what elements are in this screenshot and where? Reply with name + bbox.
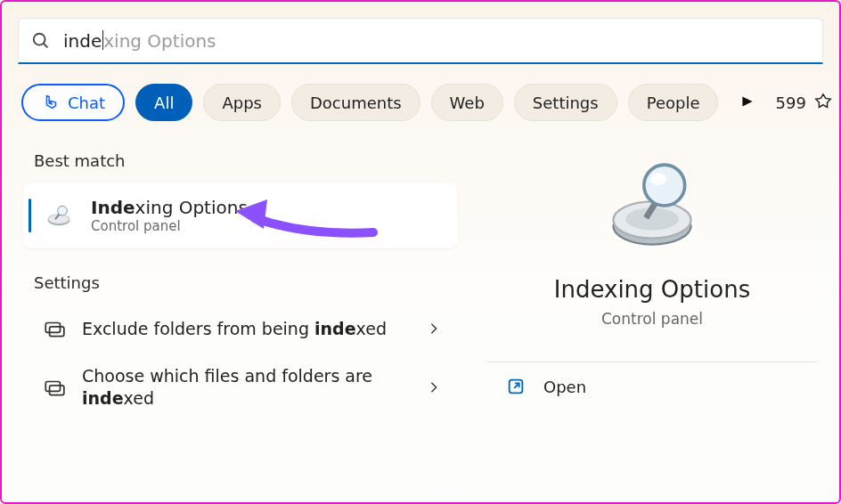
- settings-chip[interactable]: Settings: [514, 84, 617, 121]
- setting-label: Exclude folders from being indexed: [82, 318, 412, 340]
- rewards-points[interactable]: 599: [775, 93, 832, 112]
- open-icon: [506, 377, 526, 396]
- rewards-icon: [813, 93, 833, 112]
- setting-choose-files[interactable]: Choose which files and folders are index…: [23, 353, 458, 421]
- divider: [486, 362, 818, 362]
- apps-chip[interactable]: Apps: [203, 84, 281, 121]
- all-chip[interactable]: All: [135, 84, 192, 121]
- svg-line-1: [44, 43, 48, 47]
- setting-icon: [43, 317, 66, 340]
- svg-marker-7: [235, 199, 267, 229]
- points-value: 599: [775, 93, 805, 112]
- web-chip[interactable]: Web: [431, 84, 503, 121]
- search-text: indexing Options: [63, 30, 216, 52]
- svg-rect-8: [45, 323, 60, 333]
- documents-chip[interactable]: Documents: [291, 84, 420, 121]
- svg-rect-10: [45, 381, 60, 391]
- setting-exclude-folders[interactable]: Exclude folders from being indexed: [23, 305, 458, 353]
- preview-title: Indexing Options: [554, 276, 750, 303]
- svg-marker-2: [743, 96, 753, 106]
- svg-rect-11: [50, 386, 64, 395]
- svg-point-0: [34, 33, 45, 45]
- setting-icon: [43, 376, 66, 399]
- people-chip[interactable]: People: [628, 84, 719, 121]
- best-match-card[interactable]: Indexing Options Control panel: [23, 183, 458, 248]
- selection-accent: [29, 199, 31, 232]
- results-area: Best match Indexing Options Control pane…: [2, 130, 839, 421]
- chevron-right-icon: [428, 381, 440, 394]
- chat-label: Chat: [68, 93, 105, 112]
- preview-icon: [603, 157, 701, 255]
- best-match-heading: Best match: [12, 139, 458, 183]
- svg-point-17: [650, 173, 666, 185]
- filter-row: Chat All Apps Documents Web Settings Peo…: [2, 64, 839, 130]
- preview-subtitle: Control panel: [601, 310, 703, 328]
- chevron-right-icon: [428, 322, 440, 335]
- search-bar[interactable]: indexing Options: [18, 18, 823, 64]
- open-action[interactable]: Open: [476, 377, 829, 396]
- more-filters-icon[interactable]: [741, 94, 754, 111]
- setting-label: Choose which files and folders are index…: [82, 365, 412, 409]
- preview-panel: Indexing Options Control panel Open: [476, 139, 829, 421]
- chat-chip[interactable]: Chat: [21, 84, 125, 121]
- settings-heading: Settings: [12, 261, 458, 305]
- annotation-arrow-icon: [235, 191, 378, 245]
- open-label: Open: [543, 378, 586, 396]
- best-match-subtitle: Control panel: [91, 218, 248, 234]
- svg-rect-9: [50, 327, 64, 337]
- results-left: Best match Indexing Options Control pane…: [12, 139, 458, 421]
- best-match-title: Indexing Options: [91, 197, 248, 218]
- bing-icon: [41, 93, 61, 112]
- svg-point-16: [644, 165, 685, 206]
- search-icon: [31, 31, 51, 51]
- indexing-options-icon: [43, 201, 75, 230]
